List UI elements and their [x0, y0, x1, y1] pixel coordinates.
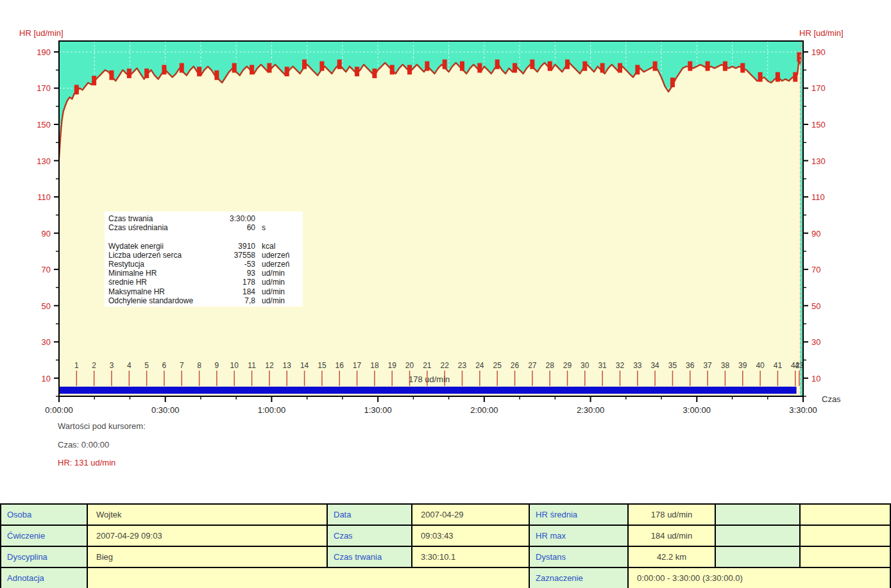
- lap-marker: [127, 69, 132, 78]
- lap-marker: [372, 69, 377, 78]
- lap-marker: [758, 72, 763, 82]
- summary-value-czas[interactable]: 09:03:43: [412, 526, 529, 546]
- stats-row: Maksymalne HR184ud/min: [108, 287, 299, 296]
- stats-row: Minimalne HR93ud/min: [108, 269, 299, 278]
- lap-marker: [267, 63, 271, 72]
- lap-marker: [425, 62, 429, 71]
- lap-marker: [600, 63, 605, 72]
- lap-number: 15: [318, 361, 327, 370]
- lap-number: 43: [795, 361, 804, 370]
- summary-label-czas-trwania: Czas trwania: [328, 547, 411, 567]
- y-tick-label-left: 190: [37, 47, 51, 57]
- stats-unit: ud/min: [262, 269, 299, 278]
- y-tick-label-right: 150: [811, 120, 826, 130]
- lap-number: 36: [686, 361, 695, 370]
- lap-number: 31: [598, 361, 607, 370]
- y-tick-label-left: 110: [37, 192, 51, 202]
- lap-number: 18: [370, 361, 379, 370]
- stats-unit: [262, 232, 299, 241]
- summary-label-hr-max: HR max: [530, 526, 627, 546]
- x-tick-label: 3:00:00: [683, 405, 711, 415]
- summary-empty-yellow-3: [801, 547, 890, 567]
- summary-label-osoba: Osoba: [1, 505, 87, 525]
- summary-label-data: Data: [328, 505, 411, 525]
- stats-row: Liczba uderzeń serca37558uderzeń: [108, 251, 299, 260]
- summary-value-czas-trwania[interactable]: 3:30:10.1: [412, 547, 529, 567]
- lap-marker: [513, 63, 517, 72]
- stats-value: 37558: [212, 251, 255, 260]
- lap-number: 19: [388, 361, 397, 370]
- lap-marker: [740, 63, 745, 72]
- lap-number: 30: [581, 361, 590, 370]
- summary-empty-green-3: [716, 547, 799, 567]
- y-tick-label-right: 110: [811, 192, 825, 202]
- stats-unit: ud/min: [262, 278, 299, 287]
- summary-value-zaznaczenie: 0:00:00 - 3:30:00 (3:30:00.0): [629, 568, 890, 588]
- summary-value-cwiczenie[interactable]: 2007-04-29 09:03: [88, 526, 327, 546]
- stats-row: Czas uśredniania60s: [108, 223, 299, 232]
- lap-marker: [319, 62, 324, 71]
- lap-marker: [477, 63, 482, 72]
- summary-label-cwiczenie: Ćwiczenie: [1, 526, 87, 546]
- lap-number: 13: [283, 361, 292, 370]
- y-tick-label-right: 190: [811, 47, 826, 57]
- cursor-time-value: Czas: 0:00:00: [58, 440, 109, 449]
- lap-marker: [407, 65, 412, 74]
- exercise-stats-box: Czas trwania3:30:00Czas uśredniania60sWy…: [105, 212, 303, 307]
- stats-unit: ud/min: [262, 287, 299, 296]
- summary-value-adnotacja[interactable]: [88, 568, 529, 588]
- lap-marker: [460, 62, 464, 71]
- y-tick-label-left: 170: [37, 83, 51, 93]
- lap-number: 17: [353, 361, 362, 370]
- stats-label: Liczba uderzeń serca: [108, 251, 212, 260]
- stats-unit: kcal: [262, 242, 299, 251]
- summary-label-zaznaczenie: Zaznaczenie: [530, 568, 627, 588]
- lap-marker: [337, 60, 342, 69]
- y-tick-label-right: 130: [811, 156, 826, 166]
- lap-number: 38: [721, 361, 730, 370]
- lap-marker: [302, 60, 307, 69]
- lap-marker: [797, 52, 801, 62]
- lap-marker: [250, 65, 254, 74]
- x-tick-label: 0:00:00: [45, 405, 72, 415]
- lap-marker: [162, 65, 166, 74]
- lap-number: 14: [300, 361, 309, 370]
- x-tick-label: 0:30:00: [151, 405, 179, 415]
- x-tick-label: 1:00:00: [258, 405, 285, 415]
- lap-number: 7: [180, 361, 184, 370]
- lap-number: 40: [756, 361, 765, 370]
- stats-unit: uderzeń: [262, 251, 299, 260]
- y-tick-label-right: 90: [811, 229, 820, 239]
- exercise-summary-table: Osoba Wojtek Data 2007-04-29 HR średnia …: [0, 503, 891, 588]
- summary-value-dyscyplina[interactable]: Bieg: [88, 547, 327, 567]
- summary-empty-green-1: [716, 505, 799, 525]
- lap-number: 26: [511, 361, 520, 370]
- stats-row: Czas trwania3:30:00: [108, 214, 299, 223]
- lap-number: 6: [162, 361, 167, 370]
- lap-number: 25: [493, 361, 502, 370]
- lap-number: 34: [650, 361, 659, 370]
- y-tick-label-left: 130: [37, 156, 51, 166]
- summary-label-dyscyplina: Dyscyplina: [1, 547, 87, 567]
- lap-marker: [688, 62, 692, 71]
- lap-number: 32: [616, 361, 625, 370]
- stats-label: Wydatek energii: [108, 242, 212, 251]
- lap-marker: [180, 63, 184, 72]
- summary-value-hr-max: 184 ud/min: [629, 526, 715, 546]
- x-tick-label: 2:30:00: [577, 405, 604, 415]
- lap-marker: [355, 67, 359, 76]
- stats-value: 93: [212, 269, 255, 278]
- lap-number: 3: [110, 361, 114, 370]
- lap-marker: [214, 71, 219, 80]
- stats-label: [108, 232, 212, 241]
- summary-value-osoba[interactable]: Wojtek: [88, 505, 327, 525]
- y-tick-label-right: 50: [811, 301, 820, 311]
- lap-number: 5: [144, 361, 149, 370]
- stats-unit: s: [262, 223, 299, 232]
- y-tick-label-right: 10: [811, 374, 820, 383]
- lap-marker: [390, 65, 395, 74]
- lap-number: 4: [127, 361, 132, 370]
- lap-number: 29: [563, 361, 572, 370]
- summary-value-data[interactable]: 2007-04-29: [412, 505, 529, 525]
- lap-marker: [285, 67, 289, 76]
